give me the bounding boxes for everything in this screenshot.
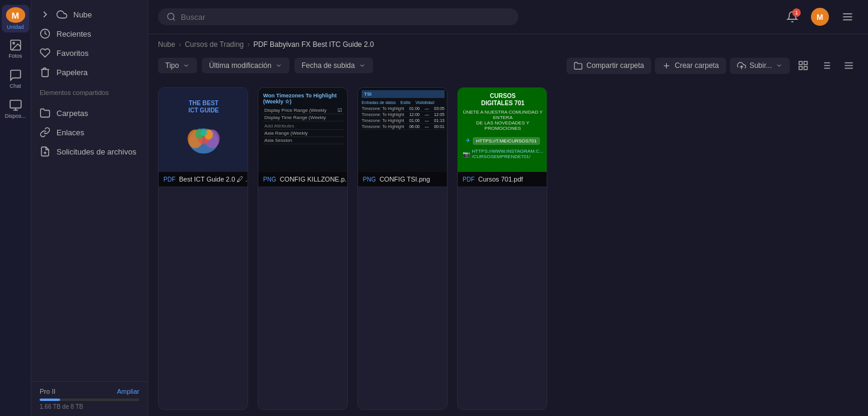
toolbar: Tipo Última modificación Fecha de subida <box>148 52 868 81</box>
ultima-mod-filter-button[interactable]: Última modificación <box>202 58 290 73</box>
user-avatar: M <box>811 8 829 26</box>
favoritos-icon <box>40 47 50 58</box>
fecha-subida-label: Fecha de subida <box>302 61 355 70</box>
file-name-tsi: CONFIG TSI.png <box>380 176 430 183</box>
svg-point-1 <box>13 42 14 44</box>
svg-line-9 <box>173 19 175 20</box>
ultima-mod-label: Última modificación <box>209 61 272 70</box>
file-thumb-tsi: TSI Entradas de datos Estilo Visibilidad… <box>358 88 448 172</box>
breadcrumb-current: PDF Babyivan FX Best ITC Guide 2.0 <box>253 40 374 49</box>
compartir-icon <box>574 61 583 70</box>
sidebar-item-dispositivos[interactable]: Dispos... <box>2 95 29 123</box>
tipo-filter-button[interactable]: Tipo <box>158 58 197 73</box>
chat-label: Chat <box>10 83 21 89</box>
notification-button[interactable]: 1 <box>782 6 803 28</box>
crear-button[interactable]: Crear carpeta <box>655 58 726 74</box>
file-card-tsi[interactable]: TSI Entradas de datos Estilo Visibilidad… <box>357 87 448 410</box>
sidebar-item-unidad[interactable]: M Unidad <box>2 5 29 32</box>
detail-view-button[interactable] <box>839 56 858 75</box>
tipo-chevron-icon <box>183 62 190 69</box>
menu-button[interactable] <box>837 6 858 28</box>
subir-icon <box>737 61 746 70</box>
compartir-label: Compartir carpeta <box>586 61 644 70</box>
file-card-ict[interactable]: THE BESTICT GUIDE PDF Best ICT Guide <box>158 87 248 410</box>
svg-rect-18 <box>804 67 807 70</box>
papelera-label: Papelera <box>56 68 88 77</box>
cloud-icon <box>56 9 67 20</box>
search-box <box>158 8 518 25</box>
papelera-icon <box>40 67 50 78</box>
sidebar-item-carpetas[interactable]: Carpetas <box>31 103 148 123</box>
notification-badge: 1 <box>792 8 801 17</box>
fotos-icon <box>9 38 22 52</box>
breadcrumb-sep-2: › <box>247 40 250 49</box>
top-bar-right: 1 M <box>782 6 858 28</box>
expand-icon <box>40 9 50 20</box>
grid-view-button[interactable] <box>794 56 813 75</box>
fecha-subida-chevron-icon <box>359 62 366 69</box>
tsi-thumbnail: TSI Entradas de datos Estilo Visibilidad… <box>358 88 448 172</box>
breadcrumb-cursos[interactable]: Cursos de Trading <box>185 40 244 49</box>
sidebar-item-favoritos[interactable]: Favoritos <box>31 43 148 63</box>
storage-upgrade-btn[interactable]: Ampliar <box>117 388 139 395</box>
sidebar-item-recientes[interactable]: Recientes <box>31 24 148 43</box>
breadcrumb-nube[interactable]: Nube <box>158 40 175 49</box>
enlaces-label: Enlaces <box>56 128 84 137</box>
storage-info-text: 1.66 TB de 8 TB <box>40 403 139 410</box>
sidebar-item-fotos[interactable]: Fotos <box>2 35 29 63</box>
toolbar-right: Compartir carpeta Crear carpeta Subir... <box>566 56 858 75</box>
crear-icon <box>662 61 671 70</box>
storage-bar-background <box>40 399 139 401</box>
detail-view-icon <box>843 60 854 71</box>
compartir-button[interactable]: Compartir carpeta <box>566 58 651 74</box>
fotos-label: Fotos <box>8 53 22 59</box>
enlaces-icon <box>40 127 50 138</box>
sidebar-top-section: Nube Recientes Favoritos Papelera <box>31 0 148 84</box>
top-bar: 1 M <box>148 0 868 34</box>
user-avatar-button[interactable]: M <box>809 6 831 28</box>
crear-label: Crear carpeta <box>675 61 718 70</box>
killzone-thumbnail: Won Timezones To Highlight (Weekly ☆) Di… <box>258 88 348 172</box>
sidebar-item-nube[interactable]: Nube <box>31 5 148 24</box>
recientes-icon <box>40 28 50 39</box>
file-card-cursos701[interactable]: CURSOSDIGITALES 701 ÚNETE A NUESTRA COMU… <box>457 87 547 410</box>
sidebar-item-chat[interactable]: Chat <box>2 65 29 93</box>
cursos701-thumbnail: CURSOSDIGITALES 701 ÚNETE A NUESTRA COMU… <box>458 88 547 172</box>
ict-thumbnail: THE BESTICT GUIDE <box>159 88 248 172</box>
sidebar-item-solicitudes[interactable]: Solicitudes de archivos <box>31 142 148 161</box>
file-grid: THE BESTICT GUIDE PDF Best ICT Guide <box>148 81 868 416</box>
file-label-killzone: PNG CONFIG KILLZONE.p... <box>258 172 347 186</box>
svg-point-35 <box>200 129 207 136</box>
brain-svg <box>183 118 225 160</box>
svg-rect-19 <box>799 67 802 70</box>
nube-label: Nube <box>73 10 92 19</box>
storage-plan-row: Pro II Ampliar <box>40 388 139 395</box>
list-view-button[interactable] <box>816 56 836 75</box>
storage-bar-fill <box>40 399 60 401</box>
shared-section-label: Elementos compartidos <box>31 84 148 99</box>
sidebar-item-papelera[interactable]: Papelera <box>31 63 148 82</box>
search-input[interactable] <box>181 13 510 22</box>
dispositivos-icon <box>9 99 22 112</box>
file-name-cursos701: Cursos 701.pdf <box>478 176 523 183</box>
subir-chevron-icon <box>775 62 783 69</box>
solicitudes-icon <box>40 146 50 157</box>
sidebar-item-enlaces[interactable]: Enlaces <box>31 123 148 142</box>
ultima-mod-chevron-icon <box>275 62 282 69</box>
chat-icon <box>9 69 22 82</box>
dispositivos-label: Dispos... <box>5 113 26 119</box>
fecha-subida-filter-button[interactable]: Fecha de subida <box>294 58 373 73</box>
svg-rect-17 <box>804 61 807 64</box>
search-icon <box>166 12 176 22</box>
breadcrumb-sep-1: › <box>179 40 181 49</box>
carpetas-label: Carpetas <box>56 109 88 118</box>
list-view-icon <box>821 60 831 71</box>
subir-label: Subir... <box>750 61 772 70</box>
file-label-tsi: PNG CONFIG TSI.png <box>358 172 447 186</box>
sidebar: Nube Recientes Favoritos Papelera Elemen… <box>31 0 148 416</box>
file-thumb-cursos701: CURSOSDIGITALES 701 ÚNETE A NUESTRA COMU… <box>458 88 547 172</box>
file-card-killzone[interactable]: Won Timezones To Highlight (Weekly ☆) Di… <box>258 87 348 410</box>
icon-bar: M Unidad Fotos Chat Dispos... <box>0 0 31 416</box>
app-logo: M <box>6 7 25 23</box>
subir-button[interactable]: Subir... <box>730 58 790 74</box>
